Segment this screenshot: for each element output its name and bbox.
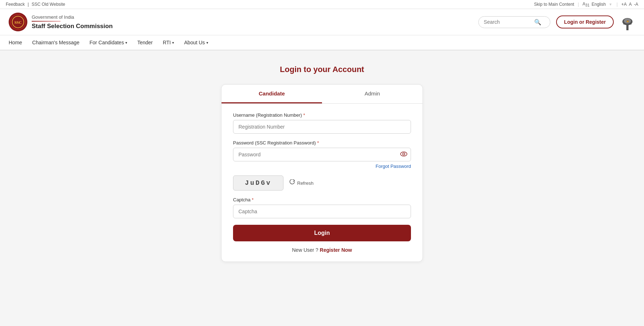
register-now-link[interactable]: Register Now <box>320 247 352 253</box>
main-nav: Home Chairman's Message For Candidates ▾… <box>0 35 644 50</box>
skip-main-link[interactable]: Skip to Main Content <box>534 2 574 7</box>
tab-admin[interactable]: Admin <box>322 85 422 103</box>
ssc-emblem: SSC <box>9 13 27 31</box>
svg-text:SSC: SSC <box>14 20 22 24</box>
font-decrease-btn[interactable]: -A <box>634 2 638 7</box>
nav-for-candidates[interactable]: For Candidates ▾ <box>89 35 127 50</box>
nav-chairmans-message[interactable]: Chairman's Message <box>32 35 79 50</box>
nav-about-us[interactable]: About Us ▾ <box>184 35 208 50</box>
font-normal-btn[interactable]: A <box>629 2 632 7</box>
login-button[interactable]: Login <box>233 225 411 241</box>
feedback-link[interactable]: Feedback <box>6 2 25 7</box>
rti-dropdown-icon: ▾ <box>172 41 174 45</box>
nav-tender[interactable]: Tender <box>137 35 153 50</box>
nav-rti[interactable]: RTI ▾ <box>163 35 174 50</box>
username-required-star: * <box>303 112 305 118</box>
tab-candidate[interactable]: Candidate <box>222 85 322 103</box>
refresh-icon <box>289 179 295 187</box>
svg-text:🦁: 🦁 <box>626 20 629 23</box>
font-a31-label: A31 <box>582 1 589 7</box>
captcha-image: JuDGv <box>233 175 283 191</box>
top-bar-right: Skip to Main Content | A31 English ▾ | +… <box>534 1 638 7</box>
forgot-password-link[interactable]: Forgot Password <box>233 164 411 169</box>
captcha-group: Captcha * <box>233 197 411 218</box>
logo-text: Government of India Staff Selection Comm… <box>32 14 113 30</box>
for-candidates-dropdown-icon: ▾ <box>125 41 127 45</box>
about-us-dropdown-icon: ▾ <box>206 41 208 45</box>
page-title: Login to your Account <box>280 65 364 74</box>
password-label: Password (SSC Registration Password) * <box>233 140 411 146</box>
org-label: Staff Selection Commission <box>32 23 113 30</box>
refresh-captcha-button[interactable]: Refresh <box>289 179 314 187</box>
gov-label: Government of India <box>32 14 113 20</box>
refresh-label: Refresh <box>297 180 314 186</box>
login-register-button[interactable]: Login or Register <box>556 15 614 28</box>
separator: | <box>28 2 29 7</box>
new-user-text: New User ? <box>292 247 318 253</box>
register-row: New User ? Register Now <box>233 247 411 253</box>
captcha-required-star: * <box>252 197 254 202</box>
top-bar: Feedback | SSC Old Website Skip to Main … <box>0 0 644 9</box>
top-bar-left: Feedback | SSC Old Website <box>6 2 65 7</box>
header-logo: SSC Government of India Staff Selection … <box>9 13 113 31</box>
password-wrapper <box>233 148 411 161</box>
search-button[interactable]: 🔍 <box>534 19 541 26</box>
main-content: Login to your Account Candidate Admin Us… <box>0 50 644 319</box>
login-card: Candidate Admin Username (Registration N… <box>221 84 423 262</box>
nav-home[interactable]: Home <box>9 35 22 50</box>
font-increase-btn[interactable]: +A <box>621 2 627 7</box>
header: SSC Government of India Staff Selection … <box>0 9 644 35</box>
toggle-password-visibility-button[interactable] <box>400 151 407 158</box>
captcha-input[interactable] <box>233 205 411 218</box>
ashoka-emblem-icon: 🦁 <box>620 13 635 31</box>
language-label: English <box>591 2 605 7</box>
header-right: 🔍 Login or Register 🦁 <box>478 13 635 31</box>
search-input[interactable] <box>484 19 534 25</box>
captcha-label: Captcha * <box>233 197 411 202</box>
password-required-star: * <box>317 140 319 146</box>
logo-divider <box>32 21 61 22</box>
username-group: Username (Registration Number) * <box>233 112 411 134</box>
password-group: Password (SSC Registration Password) * F… <box>233 140 411 169</box>
username-input[interactable] <box>233 120 411 134</box>
password-input[interactable] <box>233 148 411 161</box>
svg-point-9 <box>403 153 405 155</box>
search-box: 🔍 <box>478 16 550 28</box>
svg-point-8 <box>401 152 407 156</box>
login-tabs: Candidate Admin <box>222 85 422 104</box>
login-form: Username (Registration Number) * Passwor… <box>222 104 422 253</box>
username-label: Username (Registration Number) * <box>233 112 411 118</box>
captcha-display-row: JuDGv Refresh <box>233 175 411 191</box>
old-website-link[interactable]: SSC Old Website <box>32 2 65 7</box>
